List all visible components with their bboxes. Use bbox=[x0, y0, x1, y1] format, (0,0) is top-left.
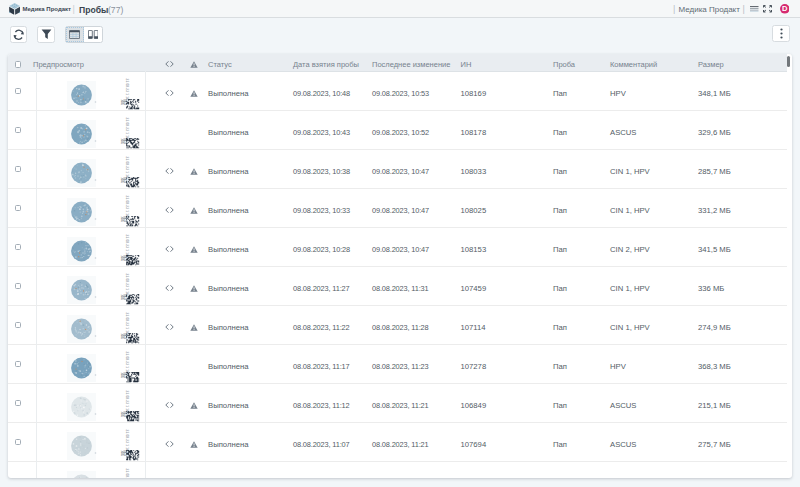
svg-text:23.08.23 1 14: 23.08.23 1 14 bbox=[125, 156, 129, 178]
svg-text:23.08.23 1 14: 23.08.23 1 14 bbox=[125, 234, 129, 256]
svg-text:23.08.23 1 14: 23.08.23 1 14 bbox=[125, 429, 129, 451]
svg-text:23.08.23 1 14: 23.08.23 1 14 bbox=[125, 117, 129, 139]
svg-text:23.08.23 1 14: 23.08.23 1 14 bbox=[125, 312, 129, 334]
svg-text:23.08.23 1 14: 23.08.23 1 14 bbox=[125, 78, 129, 100]
svg-text:23.08.23 1 14: 23.08.23 1 14 bbox=[125, 195, 129, 217]
svg-text:23.08.23 1 14: 23.08.23 1 14 bbox=[125, 351, 129, 373]
svg-text:23.08.23 1 14: 23.08.23 1 14 bbox=[125, 273, 129, 295]
svg-text:0823: 0823 bbox=[123, 99, 127, 105]
svg-text:23.08.23 1 14: 23.08.23 1 14 bbox=[125, 468, 129, 478]
svg-text:D: D bbox=[782, 5, 788, 14]
svg-text:23.08.23 1 14: 23.08.23 1 14 bbox=[125, 390, 129, 412]
